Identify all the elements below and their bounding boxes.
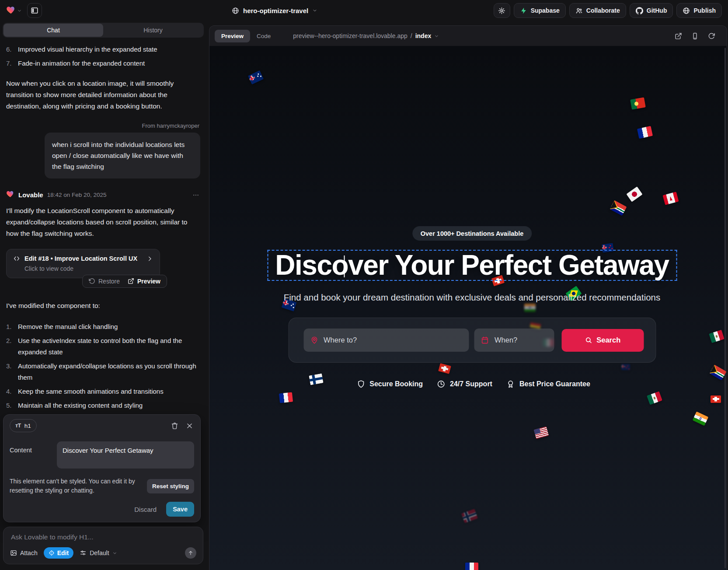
send-button[interactable] xyxy=(185,547,196,559)
when-input[interactable]: When? xyxy=(474,329,554,352)
list-item-text: Automatically expand/collapse locations … xyxy=(18,360,200,383)
text-caret xyxy=(344,255,345,277)
content-label: Content xyxy=(10,441,51,469)
preview-label: Preview xyxy=(137,278,160,285)
search-button-label: Search xyxy=(596,336,620,344)
topbar-actions: Supabase Collaborate GitHub Publish xyxy=(494,3,722,18)
feature-label: Best Price Guarantee xyxy=(519,380,590,388)
edit-card-subtitle: Click to view code xyxy=(24,265,153,272)
preview-scrollbar[interactable] xyxy=(725,48,726,568)
tab-history[interactable]: History xyxy=(103,24,203,37)
close-editor-button[interactable] xyxy=(186,422,193,430)
delete-element-button[interactable] xyxy=(171,422,178,430)
github-label: GitHub xyxy=(647,7,667,14)
open-in-new-tab-button[interactable] xyxy=(675,32,682,40)
restore-icon xyxy=(89,278,95,284)
restore-button[interactable]: Restore xyxy=(89,278,120,285)
collaborate-button[interactable]: Collaborate xyxy=(569,3,626,18)
typography-icon: тT xyxy=(15,423,21,429)
list-item-number: 3. xyxy=(6,360,14,383)
feature-highlights: Secure Booking 24/7 Support Best Price G… xyxy=(356,380,590,388)
flag-in-icon xyxy=(693,412,708,426)
flag-fr-icon xyxy=(637,126,653,138)
flag-ch-icon xyxy=(438,363,451,374)
project-name: hero-optimizer-travel xyxy=(243,7,308,14)
reset-styling-button[interactable]: Reset styling xyxy=(147,479,194,493)
list-item-number: 7. xyxy=(6,58,14,69)
attach-button[interactable]: Attach xyxy=(10,549,38,556)
where-to-input[interactable]: Where to? xyxy=(303,329,469,352)
publish-button[interactable]: Publish xyxy=(676,3,722,18)
lovable-logo-menu[interactable] xyxy=(6,5,22,16)
tab-preview[interactable]: Preview xyxy=(215,30,250,42)
edit-mode-button[interactable]: Edit xyxy=(44,547,73,559)
preview-viewport[interactable]: Over 1000+ Destinations Available Discov… xyxy=(209,46,727,570)
list-item: 2. Use the activeIndex state to control … xyxy=(6,335,200,358)
flag-mx-icon xyxy=(647,392,662,405)
collaborate-label: Collaborate xyxy=(586,7,620,14)
chevron-down-icon xyxy=(312,8,317,13)
gear-icon xyxy=(498,7,505,14)
map-pin-icon xyxy=(310,336,318,344)
github-icon xyxy=(636,7,643,14)
flag-za-icon xyxy=(610,200,627,215)
content-textarea[interactable]: Discover Your Perfect Getaway xyxy=(57,441,194,469)
github-button[interactable]: GitHub xyxy=(630,3,673,18)
tab-chat[interactable]: Chat xyxy=(3,24,103,37)
tab-code[interactable]: Code xyxy=(250,30,277,42)
external-link-icon xyxy=(128,278,134,284)
supabase-button[interactable]: Supabase xyxy=(514,3,566,18)
editor-panel-header: тT h1 xyxy=(10,419,194,432)
element-tag-label: h1 xyxy=(24,423,31,429)
hero-title[interactable]: Discover Your Perfect Getaway xyxy=(268,251,676,280)
flag-fi-icon xyxy=(309,374,323,385)
flag-ca-icon xyxy=(663,192,679,205)
list-item: 1. Remove the manual click handling xyxy=(6,321,200,332)
panel-left-icon xyxy=(31,7,38,14)
topbar: hero-optimizer-travel Supabase Collabora… xyxy=(0,0,728,21)
sidebar-toggle-button[interactable] xyxy=(27,3,42,18)
discard-button[interactable]: Discard xyxy=(134,506,157,513)
user-message-bubble: when i scroll into the individual locati… xyxy=(45,133,200,178)
chat-composer: Attach Edit Default xyxy=(3,527,203,564)
calendar-icon xyxy=(481,336,489,344)
hero-subtitle: Find and book your dream destination wit… xyxy=(284,292,661,303)
chat-mode-label: Default xyxy=(90,549,109,556)
message-menu-button[interactable] xyxy=(192,191,200,199)
edit-card[interactable]: Edit #18 • Improve Location Scroll UX Cl… xyxy=(6,249,160,278)
edit-mode-label: Edit xyxy=(57,549,69,556)
feature-label: 24/7 Support xyxy=(450,380,492,388)
preview-version-button[interactable]: Preview xyxy=(128,278,160,285)
flag-no-icon xyxy=(461,509,478,523)
message-timestamp: 18:42 on Feb 20, 2025 xyxy=(47,192,107,198)
assistant-paragraph: I've modified the component to: xyxy=(6,300,192,311)
flag-ch-icon xyxy=(711,395,721,403)
project-switcher[interactable]: hero-optimizer-travel xyxy=(229,0,320,21)
composer-toolbar: Attach Edit Default xyxy=(10,547,196,559)
globe-icon xyxy=(232,7,239,14)
list-item-number: 5. xyxy=(6,400,14,411)
composer-input[interactable] xyxy=(10,533,198,542)
save-button[interactable]: Save xyxy=(166,502,194,517)
flag-fr-icon xyxy=(279,392,293,403)
chevron-down-icon xyxy=(434,34,439,38)
flag-us-icon xyxy=(534,426,549,439)
element-tag-badge[interactable]: тT h1 xyxy=(10,419,37,432)
chat-mode-select[interactable]: Default xyxy=(80,549,117,556)
mobile-view-button[interactable] xyxy=(691,32,699,40)
flag-za-icon xyxy=(709,364,726,380)
phone-icon xyxy=(691,32,699,40)
list-item: 3. Automatically expand/collapse locatio… xyxy=(6,360,200,383)
edit-card-header: Edit #18 • Improve Location Scroll UX xyxy=(13,255,153,262)
shield-icon xyxy=(356,380,365,388)
list-item-number: 1. xyxy=(6,321,14,332)
refresh-button[interactable] xyxy=(708,32,715,40)
preview-toolbar-actions xyxy=(675,32,721,40)
chat-scroll-area[interactable]: 6. Improved visual hierarchy in the expa… xyxy=(0,38,206,411)
h1-selection-box[interactable]: Discover Your Perfect Getaway xyxy=(267,250,677,281)
settings-button[interactable] xyxy=(494,3,510,18)
preview-url[interactable]: preview--hero-optimizer-travel.lovable.a… xyxy=(290,32,442,40)
external-link-icon xyxy=(675,32,682,40)
search-button[interactable]: Search xyxy=(562,329,644,352)
list-item: 5. Maintain all the existing content and… xyxy=(6,400,200,411)
